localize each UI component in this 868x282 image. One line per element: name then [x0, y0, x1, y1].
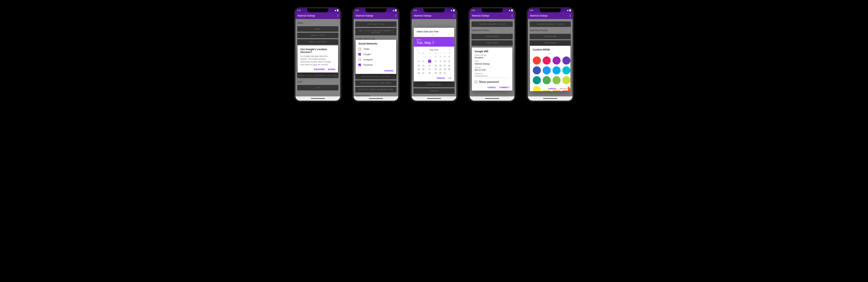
status-time: 6:33 — [355, 9, 359, 11]
choice-row[interactable]: Twitter — [359, 46, 393, 52]
agree-button[interactable]: AGREE — [328, 68, 335, 70]
calendar-day[interactable]: 10 — [442, 59, 447, 64]
app-bar: Material Dialogs — [353, 12, 398, 19]
color-swatch[interactable] — [542, 76, 551, 84]
calendar-day[interactable]: 8 — [433, 59, 438, 64]
overflow-icon[interactable] — [454, 14, 454, 17]
multichoice-dialog: Social Networks TwitterGoogle+InstagramF… — [355, 40, 396, 74]
calendar-day[interactable]: 1 — [433, 55, 438, 59]
field-label: Security — [475, 67, 509, 68]
calendar-day[interactable]: 21 — [426, 68, 434, 71]
calendar-day[interactable]: 2 — [438, 55, 442, 59]
overflow-icon[interactable] — [512, 14, 513, 17]
calendar-day[interactable]: 29 — [433, 71, 438, 75]
calendar-day[interactable]: 5 — [416, 59, 421, 64]
nav-bar — [353, 96, 398, 101]
calendar-day[interactable]: 6 — [421, 59, 425, 64]
battery-icon — [569, 9, 571, 11]
header-date[interactable]: Tue, May 7 — [416, 41, 452, 45]
checkbox[interactable] — [359, 48, 361, 50]
color-swatch[interactable] — [533, 57, 541, 65]
calendar-day[interactable]: 22 — [433, 68, 438, 71]
checkbox[interactable] — [359, 64, 361, 66]
overflow-icon[interactable] — [570, 14, 570, 17]
calendar-day[interactable]: 28 — [426, 71, 434, 75]
color-swatch[interactable] — [542, 66, 551, 74]
battery-icon — [511, 9, 513, 11]
calendar-day[interactable]: 12 — [416, 64, 421, 68]
prev-month-icon[interactable]: ‹ — [417, 48, 418, 51]
calendar-day[interactable]: 31 — [442, 71, 447, 75]
color-swatch[interactable] — [562, 76, 570, 84]
next-month-icon[interactable]: › — [450, 48, 451, 51]
app-bar: Material Dialogs — [528, 12, 572, 19]
app-title: Material Dialogs — [414, 14, 431, 17]
calendar-day[interactable]: 15 — [433, 64, 438, 68]
calendar-day[interactable]: 27 — [421, 71, 425, 75]
color-swatch[interactable] — [562, 57, 570, 65]
calendar-day[interactable]: 25 — [447, 68, 452, 71]
calendar-day[interactable]: 13 — [421, 64, 425, 68]
color-swatch[interactable] — [553, 66, 561, 74]
calendar-day[interactable]: 16 — [438, 64, 442, 68]
calendar-day[interactable]: 3 — [442, 55, 447, 59]
checkbox[interactable] — [359, 53, 361, 56]
signal-icon — [509, 10, 510, 11]
calendar-day[interactable]: 17 — [442, 64, 447, 68]
choose-button[interactable]: CHOOSE — [384, 70, 393, 72]
calendar-day[interactable]: 30 — [438, 71, 442, 75]
calendar-day[interactable]: 20 — [421, 68, 425, 71]
choice-label: Twitter — [363, 48, 370, 50]
calendar-day[interactable]: 19 — [416, 68, 421, 71]
calendar-day[interactable]: 26 — [416, 71, 421, 75]
color-swatch[interactable] — [553, 76, 561, 84]
calendar-day — [421, 55, 425, 59]
calendar-day[interactable]: 24 — [442, 68, 447, 71]
disagree-button[interactable]: DISAGREE — [314, 68, 325, 70]
select-button[interactable]: SELECT — [560, 87, 568, 90]
ok-button[interactable]: OK — [448, 77, 452, 79]
pager-indicator: ● ○ — [416, 34, 452, 36]
overflow-icon[interactable] — [338, 14, 338, 17]
phone-frame-5: 6:34 Material Dialogs FOLDER CHOOSER + F… — [526, 7, 574, 102]
info-field: Security802.1x EAP — [475, 67, 509, 72]
calendar-day[interactable]: 23 — [438, 68, 442, 71]
app-title: Material Dialogs — [355, 14, 373, 17]
field-label: Signal strength — [475, 54, 509, 56]
checkbox[interactable] — [359, 59, 361, 61]
overflow-icon[interactable] — [396, 14, 396, 17]
signal-icon — [393, 10, 394, 11]
dialog-title: Use Google's Location Services? — [300, 48, 335, 54]
color-swatch[interactable] — [533, 76, 541, 84]
cancel-button[interactable]: CANCEL — [488, 86, 496, 89]
show-password-checkbox[interactable] — [475, 81, 477, 83]
calendar-day[interactable]: 18 — [447, 64, 452, 68]
field-value: 802.1x EAP — [475, 68, 509, 72]
cancel-button[interactable]: CANCEL — [548, 87, 557, 90]
choice-row[interactable]: Facebook — [359, 62, 393, 68]
info-field: SSIDMaterial Dialogs — [475, 60, 509, 65]
color-swatch[interactable] — [533, 86, 541, 91]
connect-button[interactable]: CONNECT — [499, 86, 509, 89]
notch — [540, 8, 561, 12]
password-input[interactable]: •••••••••••• — [475, 75, 509, 78]
app-title: Material Dialogs — [472, 14, 490, 17]
calendar-day[interactable]: 14 — [426, 64, 434, 68]
calendar-day[interactable]: 11 — [447, 59, 452, 64]
field-value: Material Dialogs — [475, 62, 509, 65]
color-swatch[interactable] — [562, 66, 570, 74]
calendar-day[interactable]: 4 — [447, 55, 452, 59]
phone-frame-3: 6:33 Material Dialogs . INFORMATIONAL IT… — [410, 7, 458, 102]
field-value: Excellent — [475, 56, 509, 59]
choice-row[interactable]: Google+ — [359, 52, 393, 57]
battery-icon — [453, 9, 455, 11]
cancel-button[interactable]: CANCEL — [437, 77, 445, 79]
color-swatch[interactable] — [542, 57, 551, 65]
color-dialog: Custom ARGB ● ○ CANCEL SELECT — [530, 46, 570, 91]
header-year[interactable]: 2019 — [416, 39, 452, 41]
color-swatch[interactable] — [553, 57, 561, 65]
calendar-day[interactable]: 9 — [438, 59, 442, 64]
choice-row[interactable]: Instagram — [359, 57, 393, 62]
color-swatch[interactable] — [533, 66, 541, 74]
calendar-day[interactable]: 7 — [426, 59, 434, 64]
